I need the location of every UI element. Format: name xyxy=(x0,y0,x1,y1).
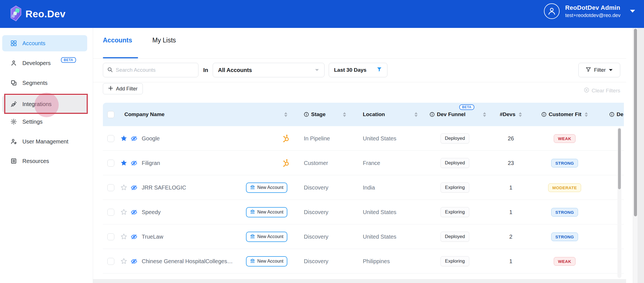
sort-icon[interactable] xyxy=(519,112,522,117)
person-icon xyxy=(10,59,17,67)
devs-count: 26 xyxy=(508,135,514,142)
date-range-select[interactable]: Last 30 Days xyxy=(329,63,387,77)
user-info: ReoDotDev Admin test+reodotdev@reo.dev xyxy=(565,4,621,18)
company-name[interactable]: JRR SAFELOGIC xyxy=(142,184,186,191)
eye-hidden-icon[interactable] xyxy=(130,159,138,167)
sort-icon[interactable] xyxy=(415,112,418,117)
tab-accounts[interactable]: Accounts xyxy=(103,37,132,58)
in-label: In xyxy=(203,67,208,73)
table-row[interactable]: TrueLaw New Account Discovery United Sta… xyxy=(103,224,624,249)
company-name[interactable]: Filigran xyxy=(142,160,160,166)
sidebar-item-accounts[interactable]: Accounts xyxy=(2,35,87,51)
user-menu[interactable]: ReoDotDev Admin test+reodotdev@reo.dev xyxy=(544,3,636,19)
hubspot-icon xyxy=(282,134,291,143)
row-checkbox[interactable] xyxy=(107,184,114,191)
row-checkbox[interactable] xyxy=(107,233,114,240)
location-value: France xyxy=(363,160,380,166)
row-checkbox[interactable] xyxy=(107,135,114,142)
user-name: ReoDotDev Admin xyxy=(565,4,621,11)
chevron-down-icon[interactable] xyxy=(629,9,636,13)
sidebar-item-integrations[interactable]: Integrations xyxy=(2,95,87,113)
sidebar-item-label: User Management xyxy=(22,138,68,145)
eye-hidden-icon[interactable] xyxy=(130,135,138,142)
funnel-icon xyxy=(586,67,591,73)
filter-button-label: Filter xyxy=(594,67,606,73)
sidebar-item-developers[interactable]: Developers BETA xyxy=(2,55,87,71)
company-name[interactable]: TrueLaw xyxy=(142,234,163,240)
company-trailing: New Account xyxy=(246,207,299,217)
divider xyxy=(93,82,626,82)
plus-icon xyxy=(108,86,113,92)
column-location: Location xyxy=(363,111,385,117)
new-account-label: New Account xyxy=(257,210,283,215)
dev-funnel-chip: Exploring xyxy=(441,207,469,217)
row-checkbox[interactable] xyxy=(107,258,114,265)
column-customer-fit: Customer Fit xyxy=(549,111,581,117)
table-row[interactable]: Filigran xyxy=(103,151,624,175)
table-row[interactable]: Google xyxy=(103,126,624,151)
tab-my-lists[interactable]: My Lists xyxy=(152,37,176,58)
customer-fit-badge: WEAK xyxy=(554,257,575,266)
bank-icon xyxy=(250,209,255,215)
sidebar-item-user-management[interactable]: User Management xyxy=(2,133,87,150)
star-icon[interactable] xyxy=(120,208,127,216)
devs-count: 2 xyxy=(509,234,512,240)
sidebar-item-resources[interactable]: Resources xyxy=(2,153,87,169)
eye-hidden-icon[interactable] xyxy=(130,208,138,216)
row-checkbox[interactable] xyxy=(107,160,114,167)
brand[interactable]: Reo.Dev xyxy=(10,6,66,22)
company-name[interactable]: Chinese General HospitalColleges… xyxy=(142,258,233,265)
stage-value: Discovery xyxy=(304,184,328,191)
gear-icon xyxy=(10,118,17,125)
row-checkbox[interactable] xyxy=(107,209,114,216)
filter-button[interactable]: Filter xyxy=(578,63,620,77)
new-account-badge: New Account xyxy=(246,183,287,193)
info-icon[interactable] xyxy=(430,112,435,117)
accounts-table: Company Name Stage xyxy=(103,103,624,279)
table-row[interactable]: Chinese General HospitalColleges… New Ac… xyxy=(103,249,624,274)
star-icon[interactable] xyxy=(120,159,127,167)
topbar: Reo.Dev ReoDotDev Admin test+reodotdev@r… xyxy=(0,0,644,28)
sort-icon[interactable] xyxy=(585,112,588,117)
resources-icon xyxy=(10,157,17,165)
funnel-filled-icon xyxy=(377,67,382,73)
star-icon[interactable] xyxy=(120,184,127,191)
sidebar-item-settings[interactable]: Settings xyxy=(2,114,87,130)
eye-hidden-icon[interactable] xyxy=(130,184,138,191)
sort-icon[interactable] xyxy=(284,112,287,117)
sidebar-item-segments[interactable]: Segments xyxy=(2,75,87,91)
stage-value: Discovery xyxy=(304,209,328,215)
customer-fit-badge: STRONG xyxy=(551,208,578,217)
info-icon[interactable] xyxy=(541,112,546,117)
brand-logo-icon xyxy=(10,6,22,22)
star-icon[interactable] xyxy=(120,135,127,142)
add-filter-button[interactable]: Add Filter xyxy=(103,83,143,94)
table-row[interactable]: Speedy New Account Discovery United Stat… xyxy=(103,200,624,224)
sort-icon[interactable] xyxy=(483,112,486,117)
new-account-badge: New Account xyxy=(246,256,287,267)
company-name[interactable]: Google xyxy=(142,135,160,142)
account-scope-select[interactable]: All Accounts xyxy=(213,63,325,77)
star-icon[interactable] xyxy=(120,233,127,240)
page-scrollbar-thumb[interactable] xyxy=(634,29,637,216)
sort-icon[interactable] xyxy=(343,112,346,117)
table-row[interactable]: JRR SAFELOGIC New Account Discovery Indi… xyxy=(103,175,624,200)
info-icon[interactable] xyxy=(304,112,309,117)
star-icon[interactable] xyxy=(120,258,127,265)
clear-filters-button[interactable]: Clear Filters xyxy=(584,87,620,94)
sidebar-item-label: Resources xyxy=(22,158,49,164)
column-clipped: De xyxy=(617,111,623,117)
bank-icon xyxy=(250,184,255,191)
eye-hidden-icon[interactable] xyxy=(130,257,138,265)
company-name[interactable]: Speedy xyxy=(142,209,161,215)
circle-x-icon xyxy=(584,87,589,94)
hubspot-icon xyxy=(282,159,291,167)
grid-icon xyxy=(10,40,17,47)
search-input[interactable] xyxy=(116,67,194,73)
table-scrollbar-thumb[interactable] xyxy=(618,128,621,189)
user-management-icon xyxy=(10,138,17,145)
devs-count: 1 xyxy=(509,184,512,191)
select-all-checkbox[interactable] xyxy=(107,111,114,118)
eye-hidden-icon[interactable] xyxy=(130,233,138,241)
info-icon[interactable] xyxy=(609,112,614,117)
